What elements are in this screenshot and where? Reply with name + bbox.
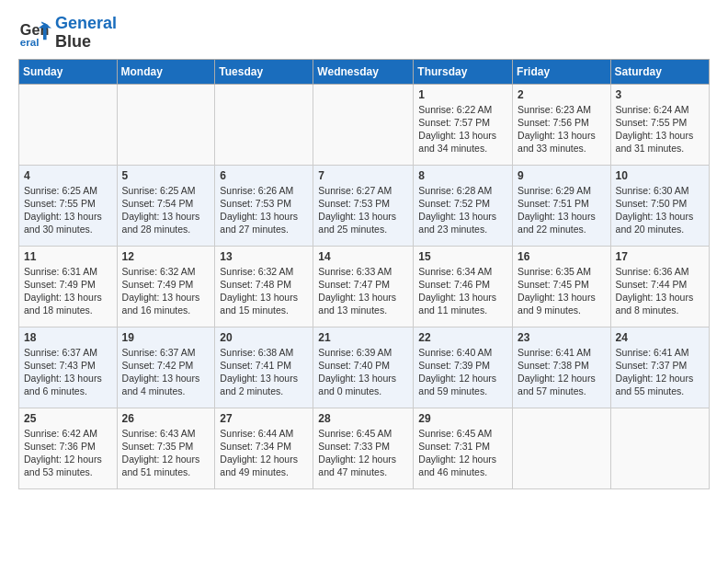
day-number: 22: [418, 331, 507, 344]
day-info: Sunrise: 6:23 AMSunset: 7:56 PMDaylight:…: [518, 103, 606, 155]
day-info: Sunrise: 6:29 AMSunset: 7:51 PMDaylight:…: [518, 184, 606, 236]
day-info: Sunrise: 6:31 AMSunset: 7:49 PMDaylight:…: [24, 265, 112, 317]
calendar-cell: 21Sunrise: 6:39 AMSunset: 7:40 PMDayligh…: [313, 327, 414, 408]
calendar-cell: 28Sunrise: 6:45 AMSunset: 7:33 PMDayligh…: [313, 408, 414, 488]
calendar-cell: [117, 84, 215, 165]
day-info: Sunrise: 6:34 AMSunset: 7:46 PMDaylight:…: [418, 265, 507, 317]
day-number: 13: [220, 250, 308, 263]
logo: Gen eral General Blue: [18, 15, 117, 52]
day-number: 21: [318, 331, 408, 344]
calendar-cell: 19Sunrise: 6:37 AMSunset: 7:42 PMDayligh…: [117, 327, 215, 408]
day-header-thursday: Thursday: [414, 59, 513, 84]
calendar-cell: 18Sunrise: 6:37 AMSunset: 7:43 PMDayligh…: [19, 327, 118, 408]
day-info: Sunrise: 6:40 AMSunset: 7:39 PMDaylight:…: [418, 346, 507, 398]
calendar-cell: [215, 84, 313, 165]
calendar-cell: 22Sunrise: 6:40 AMSunset: 7:39 PMDayligh…: [414, 327, 513, 408]
calendar-cell: 29Sunrise: 6:45 AMSunset: 7:31 PMDayligh…: [414, 408, 513, 488]
calendar-cell: 1Sunrise: 6:22 AMSunset: 7:57 PMDaylight…: [414, 84, 513, 165]
day-info: Sunrise: 6:39 AMSunset: 7:40 PMDaylight:…: [318, 346, 408, 398]
calendar-cell: 14Sunrise: 6:33 AMSunset: 7:47 PMDayligh…: [313, 246, 414, 327]
calendar: SundayMondayTuesdayWednesdayThursdayFrid…: [18, 59, 710, 489]
day-header-wednesday: Wednesday: [313, 59, 414, 84]
calendar-cell: 17Sunrise: 6:36 AMSunset: 7:44 PMDayligh…: [610, 246, 709, 327]
day-info: Sunrise: 6:41 AMSunset: 7:38 PMDaylight:…: [518, 346, 606, 398]
day-header-monday: Monday: [117, 59, 215, 84]
calendar-cell: 9Sunrise: 6:29 AMSunset: 7:51 PMDaylight…: [513, 165, 611, 246]
calendar-cell: 8Sunrise: 6:28 AMSunset: 7:52 PMDaylight…: [414, 165, 513, 246]
day-number: 10: [616, 169, 704, 182]
calendar-cell: 5Sunrise: 6:25 AMSunset: 7:54 PMDaylight…: [117, 165, 215, 246]
day-number: 26: [122, 412, 210, 425]
day-info: Sunrise: 6:42 AMSunset: 7:36 PMDaylight:…: [24, 427, 112, 479]
logo-text-line1: General: [55, 15, 117, 33]
day-number: 28: [318, 412, 408, 425]
day-number: 15: [418, 250, 507, 263]
calendar-week-row: 11Sunrise: 6:31 AMSunset: 7:49 PMDayligh…: [19, 246, 710, 327]
day-info: Sunrise: 6:45 AMSunset: 7:33 PMDaylight:…: [318, 427, 408, 479]
day-number: 4: [24, 169, 112, 182]
calendar-cell: 7Sunrise: 6:27 AMSunset: 7:53 PMDaylight…: [313, 165, 414, 246]
day-number: 29: [418, 412, 507, 425]
day-info: Sunrise: 6:24 AMSunset: 7:55 PMDaylight:…: [616, 103, 704, 155]
day-number: 20: [220, 331, 308, 344]
logo-text-line2: Blue: [55, 33, 117, 52]
day-number: 27: [220, 412, 308, 425]
day-info: Sunrise: 6:37 AMSunset: 7:42 PMDaylight:…: [122, 346, 210, 398]
calendar-cell: 15Sunrise: 6:34 AMSunset: 7:46 PMDayligh…: [414, 246, 513, 327]
calendar-cell: 2Sunrise: 6:23 AMSunset: 7:56 PMDaylight…: [513, 84, 611, 165]
day-number: 16: [518, 250, 606, 263]
calendar-cell: 3Sunrise: 6:24 AMSunset: 7:55 PMDaylight…: [610, 84, 709, 165]
day-info: Sunrise: 6:41 AMSunset: 7:37 PMDaylight:…: [616, 346, 704, 398]
day-info: Sunrise: 6:43 AMSunset: 7:35 PMDaylight:…: [122, 427, 210, 479]
day-number: 24: [616, 331, 704, 344]
calendar-week-row: 4Sunrise: 6:25 AMSunset: 7:55 PMDaylight…: [19, 165, 710, 246]
day-number: 25: [24, 412, 112, 425]
calendar-cell: 4Sunrise: 6:25 AMSunset: 7:55 PMDaylight…: [19, 165, 118, 246]
day-info: Sunrise: 6:35 AMSunset: 7:45 PMDaylight:…: [518, 265, 606, 317]
day-number: 7: [318, 169, 408, 182]
day-info: Sunrise: 6:26 AMSunset: 7:53 PMDaylight:…: [220, 184, 308, 236]
day-header-tuesday: Tuesday: [215, 59, 313, 84]
day-number: 2: [518, 88, 606, 101]
day-number: 3: [616, 88, 704, 101]
day-header-saturday: Saturday: [610, 59, 709, 84]
calendar-week-row: 18Sunrise: 6:37 AMSunset: 7:43 PMDayligh…: [19, 327, 710, 408]
day-info: Sunrise: 6:36 AMSunset: 7:44 PMDaylight:…: [616, 265, 704, 317]
calendar-week-row: 25Sunrise: 6:42 AMSunset: 7:36 PMDayligh…: [19, 408, 710, 488]
calendar-cell: 25Sunrise: 6:42 AMSunset: 7:36 PMDayligh…: [19, 408, 118, 488]
day-info: Sunrise: 6:25 AMSunset: 7:54 PMDaylight:…: [122, 184, 210, 236]
calendar-cell: 6Sunrise: 6:26 AMSunset: 7:53 PMDaylight…: [215, 165, 313, 246]
calendar-cell: 27Sunrise: 6:44 AMSunset: 7:34 PMDayligh…: [215, 408, 313, 488]
calendar-cell: [19, 84, 118, 165]
calendar-header-row: SundayMondayTuesdayWednesdayThursdayFrid…: [19, 59, 710, 84]
day-info: Sunrise: 6:44 AMSunset: 7:34 PMDaylight:…: [220, 427, 308, 479]
day-number: 17: [616, 250, 704, 263]
day-number: 19: [122, 331, 210, 344]
calendar-cell: 26Sunrise: 6:43 AMSunset: 7:35 PMDayligh…: [117, 408, 215, 488]
day-info: Sunrise: 6:33 AMSunset: 7:47 PMDaylight:…: [318, 265, 408, 317]
day-number: 12: [122, 250, 210, 263]
day-info: Sunrise: 6:38 AMSunset: 7:41 PMDaylight:…: [220, 346, 308, 398]
calendar-cell: 16Sunrise: 6:35 AMSunset: 7:45 PMDayligh…: [513, 246, 611, 327]
day-number: 1: [418, 88, 507, 101]
calendar-cell: 10Sunrise: 6:30 AMSunset: 7:50 PMDayligh…: [610, 165, 709, 246]
day-header-friday: Friday: [513, 59, 611, 84]
calendar-cell: 12Sunrise: 6:32 AMSunset: 7:49 PMDayligh…: [117, 246, 215, 327]
calendar-cell: 20Sunrise: 6:38 AMSunset: 7:41 PMDayligh…: [215, 327, 313, 408]
day-number: 11: [24, 250, 112, 263]
day-number: 23: [518, 331, 606, 344]
day-number: 6: [220, 169, 308, 182]
day-info: Sunrise: 6:27 AMSunset: 7:53 PMDaylight:…: [318, 184, 408, 236]
day-number: 9: [518, 169, 606, 182]
day-number: 18: [24, 331, 112, 344]
day-info: Sunrise: 6:32 AMSunset: 7:49 PMDaylight:…: [122, 265, 210, 317]
day-number: 14: [318, 250, 408, 263]
calendar-cell: [313, 84, 414, 165]
day-number: 5: [122, 169, 210, 182]
logo-icon: Gen eral: [18, 17, 51, 50]
day-header-sunday: Sunday: [19, 59, 118, 84]
svg-text:eral: eral: [20, 36, 40, 48]
day-info: Sunrise: 6:25 AMSunset: 7:55 PMDaylight:…: [24, 184, 112, 236]
calendar-cell: [513, 408, 611, 488]
day-info: Sunrise: 6:30 AMSunset: 7:50 PMDaylight:…: [616, 184, 704, 236]
